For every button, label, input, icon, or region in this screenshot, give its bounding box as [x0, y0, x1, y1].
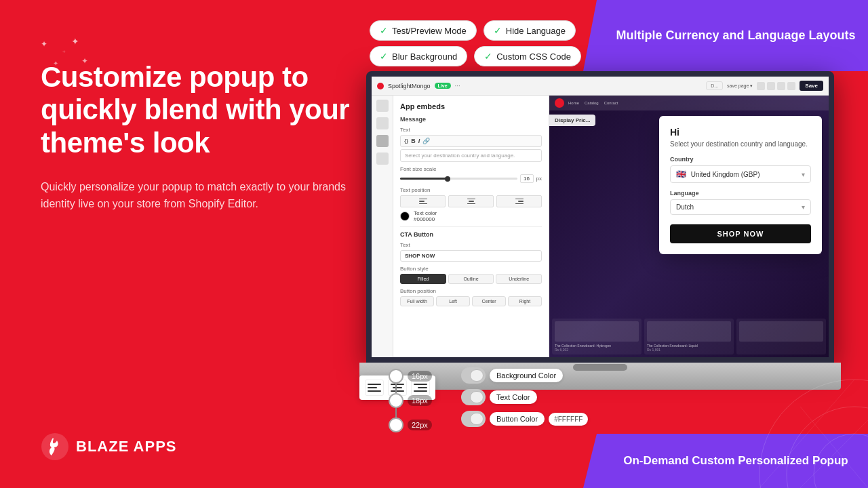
svg-line-5	[800, 407, 868, 488]
text-color-label: Text color	[414, 210, 437, 216]
country-value: United Kingdom (GBP)	[691, 171, 760, 178]
button-style-row: Filled Outline Underline	[400, 274, 542, 284]
pill-hide-language[interactable]: ✓ Hide Language	[484, 20, 576, 41]
store-logo	[555, 98, 564, 108]
color-button-label: Button Color	[490, 412, 545, 426]
font-scale-row: 16 px	[400, 174, 542, 183]
nav-contact: Contact	[604, 101, 618, 105]
pill-label-test-preview: Test/Preview Mode	[392, 26, 467, 36]
btn-pos-left[interactable]: Left	[436, 296, 470, 306]
color-text-label: Text Color	[490, 390, 537, 404]
color-toggle-button[interactable]	[461, 411, 486, 427]
pill-custom-css[interactable]: ✓ Custom CSS Code	[474, 46, 581, 66]
tool-format[interactable]: {}	[404, 138, 408, 144]
store-background: Home Catalog Contact Display Pric... Hi …	[549, 96, 829, 357]
font-unit: px	[536, 176, 542, 182]
color-toggle-text[interactable]	[461, 389, 486, 405]
live-badge: Live	[435, 83, 451, 89]
popup-modal: Hi Select your destination country and l…	[659, 116, 822, 254]
product-card-3	[736, 319, 826, 354]
align-right-btn[interactable]	[496, 195, 542, 207]
country-select[interactable]: 🇬🇧 United Kingdom (GBP) ▾	[670, 165, 811, 183]
pill-blur-background[interactable]: ✓ Blur Background	[370, 46, 467, 66]
editor-topbar: SpotlightMongo Live ··· D... save page ▾…	[372, 77, 829, 96]
color-option-button: Button Color #FFFFFF	[461, 411, 588, 427]
color-button-value: #FFFFFF	[549, 413, 588, 426]
tool-link[interactable]: 🔗	[422, 138, 430, 144]
color-option-bg: Background Color	[461, 367, 588, 384]
btn-pos-right[interactable]: Right	[508, 296, 542, 306]
popup-shop-button[interactable]: SHOP NOW	[670, 224, 811, 243]
color-toggle-knob-bg	[470, 369, 484, 382]
font-size-indicators: 16px 18px 22px	[389, 369, 432, 432]
product-img-3	[739, 321, 823, 342]
subtext: Quickly personalize your popup to match …	[41, 178, 353, 213]
font-size-connector-1	[395, 384, 397, 393]
text-color-value: #000000	[414, 216, 437, 222]
svg-line-6	[800, 420, 868, 488]
slider-thumb[interactable]	[445, 176, 450, 182]
btn-pos-full[interactable]: Full width	[400, 296, 434, 306]
sidebar-icon-3[interactable]	[376, 135, 389, 147]
pills-row-2: ✓ Blur Background ✓ Custom CSS Code	[370, 46, 581, 66]
align-center-btn[interactable]	[448, 195, 494, 207]
country-flag: 🇬🇧	[676, 169, 686, 179]
shop-favicon	[377, 83, 384, 89]
editor-sidebar	[372, 96, 393, 357]
pill-test-preview[interactable]: ✓ Test/Preview Mode	[370, 20, 477, 41]
language-label: Language	[670, 190, 811, 197]
more-options[interactable]: ···	[455, 82, 460, 89]
btn-style-filled[interactable]: Filled	[400, 274, 446, 284]
color-dot[interactable]	[400, 211, 410, 221]
store-header: Home Catalog Contact	[549, 96, 829, 110]
shopify-editor: SpotlightMongo Live ··· D... save page ▾…	[372, 77, 829, 357]
btn-style-underline[interactable]: Underline	[496, 274, 542, 284]
laptop-screen: SpotlightMongo Live ··· D... save page ▾…	[366, 71, 834, 363]
left-section: Customize popup to quickly blend with yo…	[41, 41, 353, 213]
topbar-right: D... save page ▾ Save	[706, 81, 823, 91]
banner-top: Multiple Currency and Language Layouts	[583, 0, 868, 71]
btn-pos-center[interactable]: Center	[472, 296, 506, 306]
language-arrow: ▾	[802, 203, 805, 211]
tool-bold[interactable]: B	[411, 138, 416, 144]
text-position-label: Text position	[400, 187, 542, 193]
text-input[interactable]: Select your destination country and lang…	[400, 149, 542, 162]
font-size-item-3: 22px	[389, 418, 432, 432]
section-title: Message	[400, 116, 542, 123]
language-value: Dutch	[676, 203, 694, 211]
tool-italic[interactable]: I	[418, 138, 420, 144]
align-icon-left[interactable]	[365, 380, 384, 396]
align-row	[400, 195, 542, 207]
save-button[interactable]: Save	[800, 81, 823, 91]
editor-topbar-left: SpotlightMongo Live ···	[377, 82, 702, 89]
btn-style-outline[interactable]: Outline	[448, 274, 494, 284]
pill-label-blur-background: Blur Background	[392, 52, 457, 62]
editor-panel: App embeds Message Text {} B I 🔗 Select …	[393, 96, 549, 357]
logo-text: BLAZE APPS	[76, 438, 177, 455]
font-size-dot-3	[389, 418, 403, 432]
pills-area: ✓ Test/Preview Mode ✓ Hide Language ✓ Bl…	[370, 20, 581, 66]
font-slider[interactable]	[400, 178, 517, 180]
product-price-1: Rs 6,202	[555, 348, 639, 352]
color-row: Text color #000000	[400, 210, 542, 222]
font-size-item-2: 18px	[389, 393, 432, 408]
sidebar-icon-4[interactable]	[376, 152, 389, 165]
save-page-dropdown[interactable]: save page ▾	[727, 83, 753, 89]
pill-check-icon-3: ✓	[380, 51, 388, 62]
product-card-2: The Collection Snowboard: Liquid Rs 1,99…	[644, 319, 734, 354]
product-img-2	[647, 321, 731, 342]
font-scale-label: Font size scale	[400, 166, 542, 172]
headline: Customize popup to quickly blend with yo…	[41, 61, 353, 159]
browser-url: D...	[706, 81, 723, 90]
sidebar-icon-1[interactable]	[376, 100, 389, 112]
button-style-label: Button style	[400, 266, 542, 272]
sidebar-icon-2[interactable]	[376, 117, 389, 129]
shop-name: SpotlightMongo	[388, 83, 431, 89]
color-toggle-bg[interactable]	[461, 367, 486, 384]
text-toolbar: {} B I 🔗	[400, 135, 542, 147]
font-size-dot-2	[389, 393, 403, 408]
language-select[interactable]: Dutch ▾	[670, 199, 811, 215]
cta-text-input[interactable]: SHOP NOW	[400, 250, 542, 262]
svg-point-2	[787, 407, 868, 488]
align-left-btn[interactable]	[400, 195, 446, 207]
